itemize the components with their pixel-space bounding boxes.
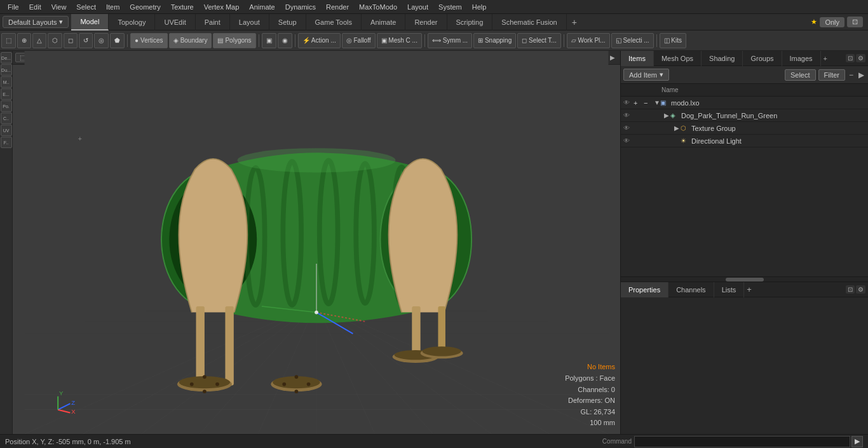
menu-dynamics[interactable]: Dynamics (280, 2, 321, 12)
layout-dropdown[interactable]: Default Layouts ▾ (3, 16, 69, 28)
prop-icon-2[interactable]: ⚙ (856, 285, 865, 294)
tool-rect-btn[interactable]: ◻ (64, 33, 78, 48)
only-button[interactable]: Only (820, 17, 844, 27)
tab-model[interactable]: Model (71, 14, 109, 31)
tool-rotate-btn[interactable]: ↺ (79, 33, 93, 48)
menu-texture[interactable]: Texture (166, 2, 199, 12)
left-tool-6[interactable]: C.. (1, 112, 12, 124)
tab-paint[interactable]: Paint (196, 14, 230, 31)
menu-layout[interactable]: Layout (402, 2, 433, 12)
layout-maximize-button[interactable]: ⊡ (847, 17, 863, 27)
viewport[interactable]: ⬚ Perspective Default Viewport Textures … (13, 51, 620, 434)
menu-system[interactable]: System (433, 2, 467, 12)
item-remove-icon[interactable]: − (644, 99, 654, 107)
tab-topology[interactable]: Topology (109, 14, 155, 31)
kits-button[interactable]: ◫ Kits (660, 33, 686, 48)
add-panel-tab-button[interactable]: + (824, 55, 827, 62)
item-row-dir-light[interactable]: 👁 ☀ Directional Light (621, 135, 868, 147)
menu-render[interactable]: Render (321, 2, 354, 12)
tab-shading[interactable]: Shading (702, 51, 743, 66)
tool-component-btn[interactable]: △ (32, 33, 46, 48)
menu-select[interactable]: Select (71, 2, 101, 12)
toggle-btn-2[interactable]: ◉ (278, 33, 292, 48)
command-input-area: Command ▶ (602, 436, 863, 447)
panel-icon-1[interactable]: ⊡ (846, 54, 855, 62)
left-tool-4[interactable]: E... (1, 88, 12, 100)
menu-help[interactable]: Help (467, 2, 492, 12)
prop-tab-channels[interactable]: Channels (668, 282, 714, 297)
items-scrollbar[interactable] (621, 276, 868, 282)
item-row-dog-park[interactable]: 👁 ▶ ◈ Dog_Park_Tunnel_Run_Green (621, 109, 868, 122)
eye-icon-dir-light[interactable]: 👁 (623, 137, 634, 144)
vertices-button[interactable]: ● Vertices (130, 33, 168, 48)
panel-minus-icon[interactable]: − (848, 69, 855, 81)
prop-tab-lists[interactable]: Lists (714, 282, 745, 297)
menu-geometry[interactable]: Geometry (125, 2, 165, 12)
tool-world-btn[interactable]: ⊕ (17, 33, 31, 48)
item-row-texture-group[interactable]: 👁 ▶ ⬡ Texture Group (621, 122, 868, 135)
tab-layout[interactable]: Layout (230, 14, 269, 31)
prop-tab-properties[interactable]: Properties (621, 282, 668, 297)
tab-setup[interactable]: Setup (269, 14, 306, 31)
tool-hex-btn[interactable]: ⬟ (110, 33, 125, 48)
command-input[interactable] (634, 436, 850, 447)
menu-vertex-map[interactable]: Vertex Map (199, 2, 245, 12)
tool-select-btn[interactable]: ⬚ (1, 33, 16, 48)
left-tool-7[interactable]: UV (1, 125, 12, 136)
add-tab-button[interactable]: + (567, 16, 582, 29)
tab-schematic-fusion[interactable]: Schematic Fusion (492, 14, 566, 31)
tab-groups[interactable]: Groups (743, 51, 782, 66)
filter-button[interactable]: Filter (818, 69, 845, 81)
item-row-modo-lxo[interactable]: 👁 + − ▼ ▣ modo.lxo (621, 97, 868, 109)
expand-arrow-texture-group[interactable]: ▶ (674, 125, 681, 132)
panel-expand-icon[interactable]: ▶ (857, 69, 865, 81)
panel-icon-2[interactable]: ⚙ (856, 54, 865, 62)
menu-maxtomodo[interactable]: MaxToModo (354, 2, 402, 12)
tab-render[interactable]: Render (405, 14, 447, 31)
eye-icon-modo-lxo[interactable]: 👁 (623, 99, 634, 106)
tab-items[interactable]: Items (621, 51, 654, 66)
layout-bar: Default Layouts ▾ Model Topology UVEdit … (0, 14, 868, 31)
scene-container[interactable]: Z X Y + No Items Polygons : Face Channel… (13, 51, 620, 434)
snapping-button[interactable]: ⊞ Snapping (473, 33, 516, 48)
left-tool-3[interactable]: M.. (1, 76, 12, 88)
selecti-button[interactable]: ◱ Selecti ... (611, 33, 654, 48)
menu-view[interactable]: View (46, 2, 72, 12)
item-add-icon[interactable]: + (634, 99, 644, 107)
mesh-c-button[interactable]: ▣ Mesh C ... (377, 33, 422, 48)
eye-icon-dog-park[interactable]: 👁 (623, 112, 634, 119)
symm-button[interactable]: ⟺ Symm ... (428, 33, 472, 48)
menu-animate[interactable]: Animate (244, 2, 280, 12)
expand-arrow-dog-park[interactable]: ▶ (664, 112, 670, 119)
tab-uvedit[interactable]: UVEdit (155, 14, 195, 31)
command-run-button[interactable]: ▶ (851, 436, 863, 447)
menu-file[interactable]: File (3, 2, 24, 12)
tool-circle-btn[interactable]: ◎ (94, 33, 109, 48)
tab-animate[interactable]: Animate (362, 14, 405, 31)
tab-game-tools[interactable]: Game Tools (306, 14, 362, 31)
select-button[interactable]: Select (785, 69, 816, 81)
toggle-btn-1[interactable]: ▣ (262, 33, 276, 48)
tab-mesh-ops[interactable]: Mesh Ops (654, 51, 702, 66)
expand-arrow-modo-lxo[interactable]: ▼ (654, 99, 660, 106)
boundary-button[interactable]: ◈ Boundary (169, 33, 212, 48)
menu-item[interactable]: Item (101, 2, 125, 12)
polygons-button[interactable]: ▤ Polygons (213, 33, 255, 48)
tab-images[interactable]: Images (782, 51, 821, 66)
separator-6 (656, 34, 657, 47)
left-tool-1[interactable]: De... (1, 52, 12, 64)
add-item-button[interactable]: Add Item ▾ (623, 69, 669, 81)
prop-icon-1[interactable]: ⊡ (846, 285, 855, 294)
eye-icon-texture-group[interactable]: 👁 (623, 125, 634, 132)
tab-scripting[interactable]: Scripting (447, 14, 493, 31)
falloff-button[interactable]: ◎ Falloff (342, 33, 376, 48)
left-tool-5[interactable]: Po. (1, 100, 12, 112)
left-tool-2[interactable]: Du... (1, 64, 12, 76)
tool-polygon-btn[interactable]: ⬡ (48, 33, 62, 48)
left-tool-8[interactable]: F.. (1, 137, 12, 148)
action-button[interactable]: ⚡ Action ... (298, 33, 341, 48)
select-t-button[interactable]: ◻ Select T... (517, 33, 561, 48)
menu-edit[interactable]: Edit (24, 2, 46, 12)
add-prop-tab-button[interactable]: + (747, 285, 752, 294)
work-pl-button[interactable]: ▱ Work Pl... (567, 33, 610, 48)
